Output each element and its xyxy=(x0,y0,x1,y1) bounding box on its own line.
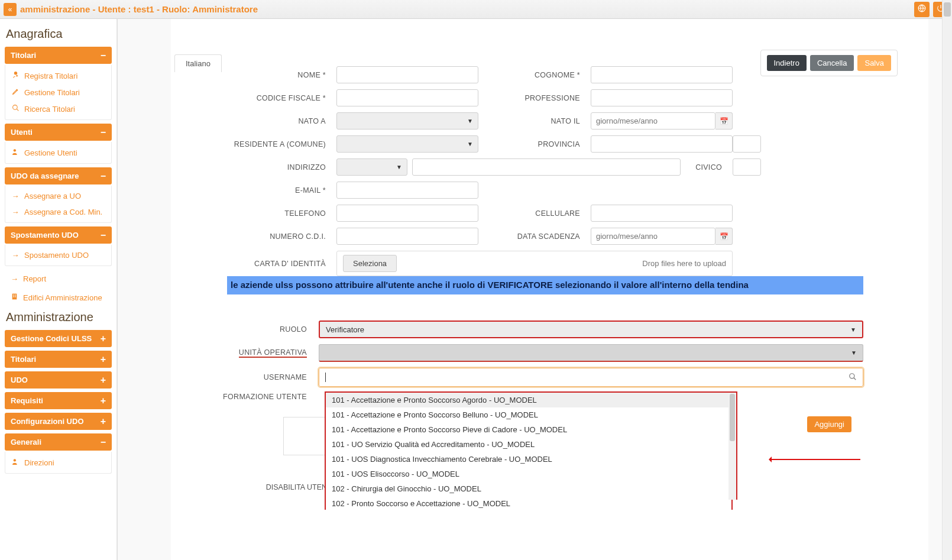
dropdown-option[interactable]: 101 - UOS Diagnostica Invecchiamento Cer… xyxy=(326,452,731,467)
sidebar-item-report[interactable]: → Report xyxy=(5,270,112,288)
globe-icon xyxy=(918,4,926,14)
sidebar-item-direzioni[interactable]: Direzioni xyxy=(5,454,111,471)
dropdown-option[interactable]: 102 - Chirurgia del Ginocchio - UO_MODEL xyxy=(326,481,731,496)
arrow-right-icon: → xyxy=(11,251,20,260)
provincia-input[interactable] xyxy=(591,135,733,153)
dropdown-option[interactable]: 101 - UO Servizio Qualità ed Accreditame… xyxy=(326,437,731,452)
sidebar-group-udo[interactable]: UDO + xyxy=(5,371,112,389)
sidebar-group-config-udo[interactable]: Configurazioni UDO + xyxy=(5,413,112,430)
globe-button[interactable] xyxy=(914,2,930,17)
civico-input[interactable] xyxy=(733,158,761,176)
sidebar-group-gestione-codici[interactable]: Gestione Codici ULSS + xyxy=(5,330,112,347)
arrow-right-icon: → xyxy=(11,274,18,283)
sidebar: Anagrafica Titolari − Registra Titolari … xyxy=(0,19,117,560)
sidebar-group-titolari[interactable]: Titolari − xyxy=(5,47,112,64)
dropdown-option[interactable]: 101 - Accettazione e Pronto Soccorso Bel… xyxy=(326,407,731,422)
label-cognome: COGNOME * xyxy=(478,71,591,79)
page-title: amministrazione - Utente : test1 - Ruolo… xyxy=(20,4,258,14)
sidebar-collapse-button[interactable]: « xyxy=(4,3,17,16)
dropzone-text[interactable]: Drop files here to upload xyxy=(642,259,726,268)
svg-rect-6 xyxy=(13,296,14,297)
sidebar-item-assegnare-codmin[interactable]: → Assegnare a Cod. Min. xyxy=(5,204,111,220)
cancel-button[interactable]: Cancella xyxy=(810,55,854,71)
svg-rect-7 xyxy=(15,296,16,297)
email-input[interactable] xyxy=(336,182,478,199)
unita-operativa-select[interactable]: ▼ xyxy=(319,344,863,362)
edit-icon xyxy=(11,88,20,97)
sidebar-group-requisiti[interactable]: Requisiti + xyxy=(5,392,112,409)
natoa-select[interactable]: ▼ xyxy=(336,112,478,130)
sidebar-item-registra-titolari[interactable]: Registra Titolari xyxy=(5,67,111,84)
codfisc-input[interactable] xyxy=(336,89,478,106)
label-residente: RESIDENTE A (COMUNE) xyxy=(212,140,336,148)
caret-down-icon: ▼ xyxy=(396,164,402,170)
datascad-input[interactable] xyxy=(591,228,715,245)
label-unita-operativa: UNITÀ OPERATIVA xyxy=(218,348,319,358)
arrow-right-icon: → xyxy=(11,192,20,200)
sidebar-item-gestione-titolari[interactable]: Gestione Titolari xyxy=(5,84,111,101)
indirizzo-input[interactable] xyxy=(412,158,681,176)
professione-input[interactable] xyxy=(591,89,733,106)
sidebar-group-generali[interactable]: Generali − xyxy=(5,433,112,451)
sidebar-section-anagrafica: Anagrafica xyxy=(6,27,112,41)
expand-icon: + xyxy=(101,336,106,342)
sidebar-group-titolari-admin[interactable]: Titolari + xyxy=(5,351,112,368)
indirizzo-type-select[interactable]: ▼ xyxy=(336,158,407,176)
annotation-arrow xyxy=(772,459,860,460)
nome-input[interactable] xyxy=(336,66,478,83)
label-telefono: TELEFONO xyxy=(212,209,336,218)
residente-select[interactable]: ▼ xyxy=(336,135,478,153)
ruolo-select[interactable]: Verificatore ▼ xyxy=(319,321,863,338)
save-button[interactable]: Salva xyxy=(857,55,891,71)
label-username: USERNAME xyxy=(218,373,319,381)
action-bar: Indietro Cancella Salva xyxy=(760,50,898,76)
cellulare-input[interactable] xyxy=(591,205,733,222)
scrollbar-thumb[interactable] xyxy=(944,2,951,17)
chevron-left-icon: « xyxy=(8,5,12,14)
caret-down-icon: ▼ xyxy=(467,118,473,124)
page-scrollbar[interactable] xyxy=(942,0,952,560)
sidebar-item-edifici[interactable]: Edifici Amministrazione xyxy=(5,288,112,307)
dropdown-option[interactable]: 102 - Pronto Soccorso e Accettazione - U… xyxy=(326,496,731,510)
search-icon xyxy=(849,373,857,383)
sidebar-group-udo-assegnare[interactable]: UDO da assegnare − xyxy=(5,167,112,184)
users-icon xyxy=(11,148,20,157)
sidebar-section-amministrazione: Amministrazione xyxy=(6,310,112,324)
label-formazione: FORMAZIONE UTENTE xyxy=(218,393,319,401)
expand-icon: + xyxy=(101,419,106,425)
natoil-input[interactable] xyxy=(591,112,715,130)
users-icon xyxy=(11,458,20,467)
aggiungi-button[interactable]: Aggiungi xyxy=(807,416,851,432)
numcdi-input[interactable] xyxy=(336,228,478,245)
caret-down-icon: ▼ xyxy=(851,349,857,356)
scrollbar-thumb[interactable] xyxy=(730,394,735,441)
svg-rect-5 xyxy=(15,294,16,296)
collapse-icon: − xyxy=(101,439,106,445)
provincia-short-input[interactable] xyxy=(733,135,761,153)
sidebar-item-gestione-utenti[interactable]: Gestione Utenti xyxy=(5,144,111,161)
sidebar-item-spostamento-udo[interactable]: → Spostamento UDO xyxy=(5,247,111,263)
search-icon xyxy=(11,104,20,114)
calendar-button[interactable]: 📅 xyxy=(715,228,733,245)
calendar-icon: 📅 xyxy=(720,117,728,125)
username-search-input[interactable] xyxy=(319,368,863,387)
label-professione: PROFESSIONE xyxy=(478,94,591,102)
label-carta: CARTA D' IDENTITÀ xyxy=(212,260,336,268)
sidebar-item-ricerca-titolari[interactable]: Ricerca Titolari xyxy=(5,101,111,117)
dropdown-option[interactable]: 101 - UOS Elisoccorso - UO_MODEL xyxy=(326,467,731,481)
calendar-button[interactable]: 📅 xyxy=(715,112,733,130)
cognome-input[interactable] xyxy=(591,66,733,83)
dropdown-option[interactable]: 101 - Accettazione e Pronto Soccorso Pie… xyxy=(326,422,731,437)
dropdown-option[interactable]: 101 - Accettazione e Pronto Soccorso Ago… xyxy=(326,393,731,407)
sidebar-group-utenti[interactable]: Utenti − xyxy=(5,124,112,141)
sidebar-item-assegnare-uo[interactable]: → Assegnare a UO xyxy=(5,188,111,204)
telefono-input[interactable] xyxy=(336,205,478,222)
sidebar-group-spostamento[interactable]: Spostamento UDO − xyxy=(5,226,112,244)
dropdown-scrollbar[interactable] xyxy=(728,391,737,500)
collapse-icon: − xyxy=(101,232,106,238)
text-cursor xyxy=(325,373,326,382)
info-callout: le aziende ulss possono attribuire all'u… xyxy=(227,276,863,294)
svg-point-9 xyxy=(850,373,854,378)
back-button[interactable]: Indietro xyxy=(767,55,807,71)
seleziona-button[interactable]: Seleziona xyxy=(343,255,397,272)
